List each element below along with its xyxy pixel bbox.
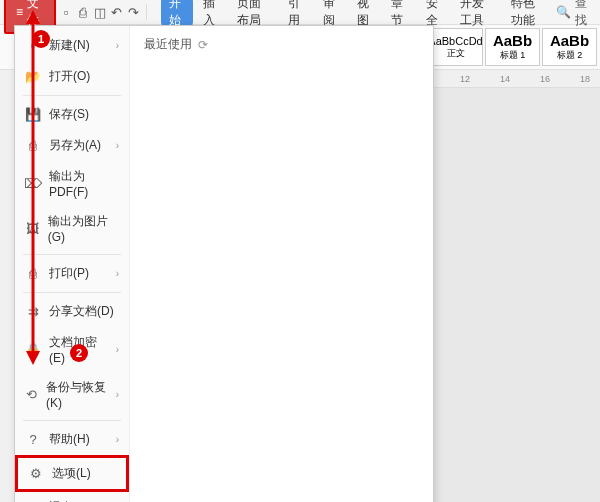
hamburger-icon: ≡ — [16, 5, 23, 19]
search-label: 查找 — [575, 0, 590, 29]
style-h1-preview: AaBb — [493, 32, 532, 49]
print-icon[interactable]: ⎙ — [77, 4, 90, 20]
open-icon: 📂 — [25, 69, 41, 85]
chevron-right-icon: › — [116, 268, 119, 279]
chevron-right-icon: › — [116, 344, 119, 355]
chevron-right-icon: › — [116, 140, 119, 151]
style-h2-preview: AaBb — [550, 32, 589, 49]
style-normal[interactable]: AaBbCcDd 正文 — [428, 28, 483, 66]
pdf-icon: ⌦ — [25, 176, 41, 192]
callout-2: 2 — [70, 344, 88, 362]
recent-files-panel: 最近使用 ⟳ — [130, 26, 433, 502]
style-heading1[interactable]: AaBb 标题 1 — [485, 28, 540, 66]
menu-print[interactable]: ⎙打印(P)› — [15, 258, 129, 289]
menu-exit[interactable]: ⏏退出(Q) — [15, 492, 129, 502]
file-menu-list: ▫新建(N)› 📂打开(O) 💾保存(S) ⎙另存为(A)› ⌦输出为PDF(F… — [15, 26, 130, 502]
style-h1-label: 标题 1 — [500, 49, 526, 62]
help-icon: ? — [25, 432, 41, 448]
menu-export-image[interactable]: 🖼输出为图片(G) — [15, 206, 129, 251]
redo-icon[interactable]: ↷ — [127, 4, 140, 20]
menu-save[interactable]: 💾保存(S) — [15, 99, 129, 130]
image-icon: 🖼 — [25, 221, 40, 237]
menu-divider — [23, 95, 121, 96]
save-icon[interactable]: ▫ — [60, 4, 73, 20]
file-menu-dropdown: ▫新建(N)› 📂打开(O) 💾保存(S) ⎙另存为(A)› ⌦输出为PDF(F… — [14, 25, 434, 502]
saveas-icon: ⎙ — [25, 138, 41, 154]
preview-icon[interactable]: ◫ — [93, 4, 106, 20]
style-h2-label: 标题 2 — [557, 49, 583, 62]
undo-icon[interactable]: ↶ — [110, 4, 123, 20]
menu-backup[interactable]: ⟲备份与恢复(K)› — [15, 372, 129, 417]
menu-split[interactable]: ⇉分享文档(D) — [15, 296, 129, 327]
callout-1: 1 — [32, 30, 50, 48]
menu-divider — [23, 292, 121, 293]
backup-icon: ⟲ — [25, 387, 38, 403]
chevron-right-icon: › — [116, 389, 119, 400]
menu-options[interactable]: ⚙选项(L) — [15, 455, 129, 492]
menu-divider — [23, 420, 121, 421]
search-icon: 🔍 — [556, 5, 571, 19]
save-icon: 💾 — [25, 107, 41, 123]
menu-help[interactable]: ?帮助(H)› — [15, 424, 129, 455]
separator — [146, 4, 147, 20]
style-normal-label: 正文 — [447, 47, 465, 60]
style-normal-preview: AaBbCcDd — [428, 35, 482, 47]
menu-saveas[interactable]: ⎙另存为(A)› — [15, 130, 129, 161]
style-heading2[interactable]: AaBb 标题 2 — [542, 28, 597, 66]
lock-icon: 🔒 — [25, 342, 41, 358]
recent-title: 最近使用 ⟳ — [144, 36, 419, 53]
menu-open[interactable]: 📂打开(O) — [15, 61, 129, 92]
share-icon: ⇉ — [25, 304, 41, 320]
gear-icon: ⚙ — [28, 466, 44, 482]
chevron-right-icon: › — [116, 434, 119, 445]
print-icon: ⎙ — [25, 266, 41, 282]
refresh-icon[interactable]: ⟳ — [198, 38, 208, 52]
menu-divider — [23, 254, 121, 255]
search-button[interactable]: 🔍 查找 — [556, 0, 596, 29]
menu-export-pdf[interactable]: ⌦输出为PDF(F) — [15, 161, 129, 206]
chevron-right-icon: › — [116, 40, 119, 51]
quick-access-toolbar: ≡ 文件 ▫ ⎙ ◫ ↶ ↷ 开始 插入 页面布局 引用 审阅 视图 章节 安全… — [0, 0, 600, 25]
